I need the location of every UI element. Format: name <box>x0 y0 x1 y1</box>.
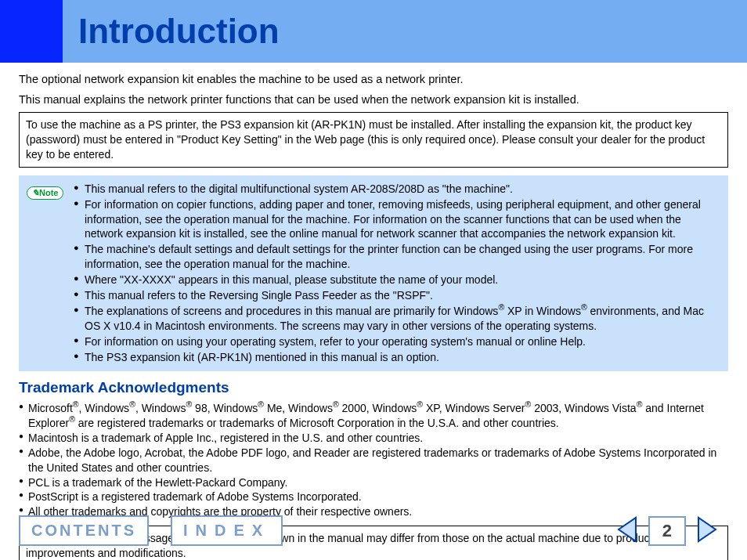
trademark-title: Trademark Acknowledgments <box>19 378 728 398</box>
page-title: Introduction <box>63 0 280 63</box>
next-page-button[interactable] <box>695 516 719 546</box>
page-number: 2 <box>648 516 686 546</box>
trademark-item: Macintosh is a trademark of Apple Inc., … <box>19 431 728 446</box>
intro-paragraph-1: The optional network expansion kit enabl… <box>19 72 728 88</box>
trademark-list: Microsoft®, Windows®, Windows® 98, Windo… <box>19 401 728 519</box>
note-icon-wrap: ✎Note <box>27 182 74 366</box>
trademark-item: Adobe, the Adobe logo, Acrobat, the Adob… <box>19 446 728 475</box>
note-item: This manual refers to the Reversing Sing… <box>74 288 720 303</box>
note-item: The PS3 expansion kit (AR-PK1N) mentione… <box>74 350 720 365</box>
note-block: ✎Note This manual refers to the digital … <box>19 175 728 372</box>
note-item: The explanations of screens and procedur… <box>74 304 720 334</box>
next-arrow-icon <box>695 516 719 543</box>
footer-bar: CONTENTS INDEX 2 <box>0 515 747 546</box>
intro-paragraph-2: This manual explains the network printer… <box>19 92 728 108</box>
header-accent <box>0 0 63 63</box>
index-button[interactable]: INDEX <box>171 515 283 546</box>
header-bar: Introduction <box>0 0 747 63</box>
trademark-item: PCL is a trademark of the Hewlett-Packar… <box>19 475 728 490</box>
svg-marker-1 <box>698 518 716 541</box>
note-icon: ✎Note <box>27 186 63 200</box>
prev-arrow-icon <box>615 516 639 543</box>
note-item: The machine's default settings and defau… <box>74 242 720 272</box>
note-item: This manual refers to the digital multif… <box>74 182 720 197</box>
ps-printer-box: To use the machine as a PS printer, the … <box>19 112 728 168</box>
contents-button[interactable]: CONTENTS <box>19 515 149 546</box>
trademark-item: Microsoft®, Windows®, Windows® 98, Windo… <box>19 401 728 431</box>
note-item: For information on copier functions, add… <box>74 197 720 242</box>
note-list: This manual refers to the digital multif… <box>74 182 720 366</box>
note-item: Where "XX-XXXX" appears in this manual, … <box>74 273 720 287</box>
trademark-item: PostScript is a registered trademark of … <box>19 490 728 504</box>
svg-marker-0 <box>619 518 636 541</box>
content-area: The optional network expansion kit enabl… <box>0 63 747 560</box>
note-item: For information on using your operating … <box>74 334 720 349</box>
prev-page-button[interactable] <box>615 516 639 546</box>
